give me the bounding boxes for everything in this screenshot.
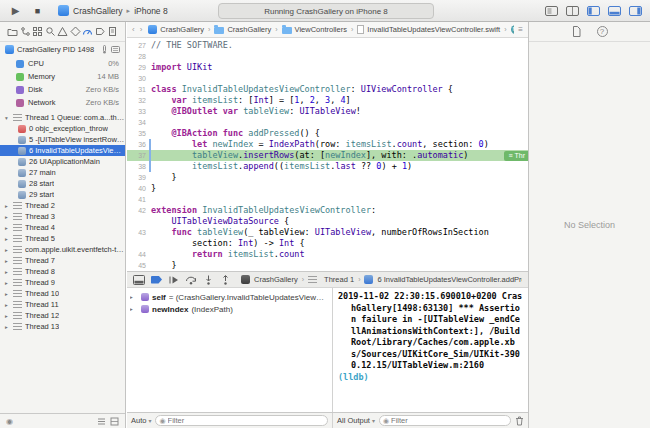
code-line[interactable]: 43 func tableView(_ tableView: UITableVi… [127, 227, 528, 238]
thread-row[interactable]: ▸Thread 7 [0, 255, 125, 266]
line-number[interactable]: 37 [127, 150, 151, 161]
toggle-debug-area-icon[interactable] [608, 6, 621, 16]
disclosure-icon[interactable]: ▸ [5, 236, 13, 242]
disclosure-icon[interactable]: ▸ [5, 313, 13, 319]
toggle-navigator-icon[interactable] [587, 6, 600, 16]
gauge-row-network[interactable]: NetworkZero KB/s [0, 96, 125, 109]
line-number[interactable]: 41 [127, 194, 151, 205]
thread-row[interactable]: ▸Thread 9 [0, 277, 125, 288]
code-editor[interactable]: 27// THE SOFTWARE.2829import UIKit3031cl… [127, 38, 528, 271]
stop-button[interactable]: ■ [30, 3, 45, 18]
hide-debug-area-icon[interactable] [133, 275, 145, 285]
line-number[interactable]: 44 [127, 249, 151, 260]
disclosure-icon[interactable]: ▸ [5, 203, 13, 209]
gauge-row-cpu[interactable]: CPU0% [0, 57, 125, 70]
console[interactable]: 2019-11-02 22:30:15.690010+0200 CrashGal… [333, 288, 528, 412]
debug-thread-label[interactable]: Thread 1 [324, 275, 354, 284]
code-line[interactable]: 44 return itemsList.count [127, 249, 528, 260]
line-number[interactable]: 31 [127, 84, 151, 95]
line-number[interactable]: 33 [127, 106, 151, 117]
thread-row[interactable]: ▾Thread 1 Queue: com.a...thread (serial) [0, 112, 125, 123]
line-number[interactable] [127, 216, 151, 227]
gauge-row-disk[interactable]: DiskZero KB/s [0, 83, 125, 96]
execution-pointer-badge[interactable]: ≡ Thr [504, 151, 528, 161]
thread-row[interactable]: ▸com.apple.uikit.eventfetch-thread (8) [0, 244, 125, 255]
stack-frame-row[interactable]: 28 start [0, 178, 125, 189]
line-number[interactable]: 27 [127, 40, 151, 51]
disclosure-icon[interactable]: ▸ [5, 291, 13, 297]
disclosure-icon[interactable]: ▸ [5, 324, 13, 330]
continue-icon[interactable] [168, 275, 179, 285]
line-number[interactable]: 29 [127, 62, 151, 73]
code-line[interactable]: 40} [127, 183, 528, 194]
step-over-icon[interactable] [185, 275, 197, 285]
issue-navigator-icon[interactable] [57, 26, 68, 37]
thread-row[interactable]: ▸Thread 3 [0, 211, 125, 222]
back-button[interactable]: ‹ [132, 25, 135, 34]
code-line[interactable]: 39 } [127, 172, 528, 183]
stack-frame-row[interactable]: 29 start [0, 189, 125, 200]
thread-row[interactable]: ▸Thread 12 [0, 310, 125, 321]
find-navigator-icon[interactable] [45, 26, 56, 37]
editor-options-icon[interactable]: ≡ [518, 25, 523, 34]
report-navigator-icon[interactable] [107, 26, 118, 37]
variable-row[interactable]: ▸self= (CrashGallery.InvalidTableUpdates… [130, 291, 329, 303]
flat-frames-icon[interactable] [97, 417, 106, 426]
console-filter-field[interactable]: ◉ [379, 415, 511, 426]
code-line[interactable]: 33 @IBOutlet var tableView: UITableView! [127, 106, 528, 117]
editor-only-icon[interactable] [545, 6, 558, 16]
code-line[interactable]: 41 [127, 194, 528, 205]
disclosure-icon[interactable]: ▸ [5, 269, 13, 275]
thread-row[interactable]: ▸Thread 2 [0, 200, 125, 211]
code-line[interactable]: 38 itemsList.append((itemsList.last ?? 0… [127, 161, 528, 172]
disclosure-icon[interactable]: ▸ [5, 214, 13, 220]
variable-row[interactable]: ▸newIndex(IndexPath) [130, 303, 329, 315]
thread-row[interactable]: ▸Thread 5 [0, 233, 125, 244]
code-line[interactable]: 31class InvalidTableUpdatesViewControlle… [127, 84, 528, 95]
disclosure-icon[interactable]: ▸ [5, 280, 13, 286]
step-into-icon[interactable] [203, 275, 214, 285]
disclosure-icon[interactable]: ▸ [5, 258, 13, 264]
process-row[interactable]: CrashGallery PID 1498 [0, 42, 125, 57]
disclosure-icon[interactable]: ▸ [5, 225, 13, 231]
quick-help-icon[interactable]: ? [597, 26, 608, 37]
toggle-inspector-icon[interactable] [629, 6, 642, 16]
gauge-row-memory[interactable]: Memory14 MB [0, 70, 125, 83]
forward-button[interactable]: › [140, 25, 143, 34]
stack-frame-row[interactable]: 6 InvalidTableUpdatesViewControll... [0, 145, 125, 156]
line-number[interactable]: 36 [127, 139, 151, 150]
stack-frame-row[interactable]: 26 UIApplicationMain [0, 156, 125, 167]
variables-view[interactable]: ▸self= (CrashGallery.InvalidTableUpdates… [127, 288, 333, 412]
source-control-icon[interactable] [20, 26, 31, 37]
stack-frame-row[interactable]: 0 objc_exception_throw [0, 123, 125, 134]
thread-row[interactable]: ▸Thread 8 [0, 266, 125, 277]
variables-filter-input[interactable] [168, 416, 324, 425]
code-line[interactable]: UITableViewDataSource { [127, 216, 528, 227]
disclosure-icon[interactable]: ▸ [5, 302, 13, 308]
jump-bar-crumb[interactable]: CrashGallery [214, 25, 271, 34]
line-number[interactable]: 30 [127, 73, 151, 84]
code-line[interactable]: 28 [127, 51, 528, 62]
file-inspector-icon[interactable] [572, 26, 581, 37]
jump-bar-crumb[interactable]: ViewControllers [282, 25, 347, 34]
code-line[interactable]: 45 } [127, 260, 528, 271]
clear-console-icon[interactable] [515, 416, 524, 426]
scheme-selector[interactable]: CrashGallery ▸ iPhone 8 [58, 5, 168, 16]
code-line[interactable]: 30 [127, 73, 528, 84]
thread-row[interactable]: ▸Thread 10 [0, 288, 125, 299]
line-number[interactable]: 39 [127, 172, 151, 183]
line-number[interactable]: 34 [127, 117, 151, 128]
debug-process-label[interactable]: CrashGallery [254, 275, 298, 284]
disclosure-icon[interactable]: ▸ [5, 247, 13, 253]
jump-bar-crumb[interactable]: InvalidTableUpdatesViewController.swift [357, 25, 500, 34]
disclosure-icon[interactable]: ▸ [130, 306, 138, 312]
code-line[interactable]: 42extension InvalidTableUpdatesViewContr… [127, 205, 528, 216]
breakpoints-toggle-icon[interactable] [151, 276, 162, 284]
thread-row[interactable]: ▸Thread 11 [0, 299, 125, 310]
jump-bar-crumb[interactable]: CrashGallery [148, 25, 204, 34]
line-number[interactable]: 28 [127, 51, 151, 62]
jump-bar-crumb[interactable]: addPressed() [511, 25, 515, 34]
thread-row[interactable]: ▸Thread 4 [0, 222, 125, 233]
line-number[interactable]: 35 [127, 128, 151, 139]
disclosure-icon[interactable]: ▾ [5, 115, 13, 121]
